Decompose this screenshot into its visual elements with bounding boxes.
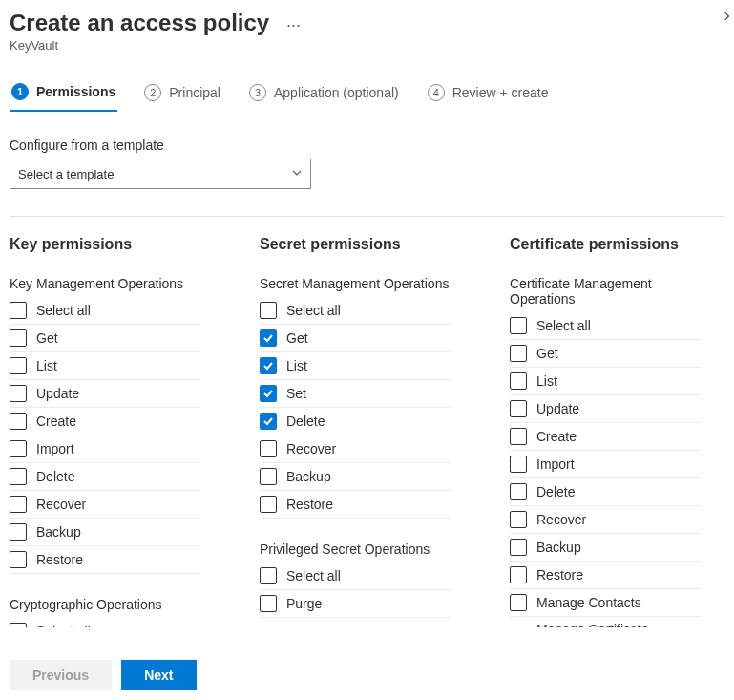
tab-permissions[interactable]: 1Permissions — [10, 77, 117, 112]
wizard-tabs: 1Permissions2Principal3Application (opti… — [10, 77, 724, 113]
permission-row[interactable]: Restore — [10, 546, 200, 574]
permission-label: Update — [36, 386, 79, 401]
checkbox[interactable] — [510, 317, 527, 334]
select-all-row[interactable]: Select all — [10, 618, 200, 627]
checkbox[interactable] — [260, 468, 277, 485]
group-title: Cryptographic Operations — [10, 597, 260, 612]
permission-row[interactable]: List — [10, 352, 200, 380]
permission-row[interactable]: Import — [10, 435, 200, 463]
permission-label: List — [36, 358, 57, 373]
checkbox[interactable] — [510, 456, 527, 473]
checkbox[interactable] — [10, 357, 27, 374]
permission-label: Manage Certificate Authorities — [536, 622, 701, 627]
permission-row[interactable]: Delete — [10, 463, 200, 491]
checkbox[interactable] — [260, 567, 277, 584]
checkbox[interactable] — [10, 413, 27, 430]
group-title: Privileged Secret Operations — [260, 541, 510, 557]
close-icon[interactable]: › — [724, 4, 730, 26]
checkbox[interactable] — [510, 539, 527, 556]
permission-row[interactable]: Backup — [260, 463, 451, 491]
permissions-columns: Key permissionsKey Management Operations… — [10, 236, 724, 627]
group-title: Secret Management Operations — [260, 276, 510, 291]
permission-row[interactable]: List — [260, 352, 451, 380]
tab-label: Permissions — [36, 84, 115, 99]
checkbox[interactable] — [10, 385, 27, 402]
permission-row[interactable]: Backup — [510, 534, 701, 562]
permission-row[interactable]: Get — [10, 325, 200, 352]
permission-row[interactable]: Recover — [10, 491, 200, 519]
checkbox[interactable] — [260, 302, 277, 319]
checkbox[interactable] — [10, 551, 27, 568]
permission-row[interactable]: Get — [510, 340, 701, 368]
tab-number: 4 — [428, 84, 445, 101]
checkbox[interactable] — [510, 400, 527, 417]
checkbox[interactable] — [260, 413, 277, 430]
permission-row[interactable]: Manage Certificate Authorities — [510, 617, 701, 627]
checkbox[interactable] — [260, 385, 277, 402]
checkbox[interactable] — [510, 594, 527, 611]
template-select[interactable]: Select a template — [10, 159, 311, 189]
permission-row[interactable]: Restore — [510, 562, 701, 589]
checkbox[interactable] — [510, 345, 527, 362]
permission-row[interactable]: Recover — [260, 435, 451, 463]
checkbox[interactable] — [10, 496, 27, 513]
checkbox[interactable] — [260, 496, 277, 513]
checkbox[interactable] — [10, 440, 27, 457]
checkbox[interactable] — [10, 468, 27, 485]
permission-label: Backup — [536, 540, 581, 555]
tab-application-optional-[interactable]: 3Application (optional) — [247, 77, 401, 112]
checkbox[interactable] — [10, 329, 27, 347]
permission-row[interactable]: Backup — [10, 519, 200, 546]
permission-label: Import — [36, 441, 74, 456]
select-all-row[interactable]: Select all — [260, 562, 451, 590]
tab-review-create[interactable]: 4Review + create — [426, 77, 551, 112]
permission-row[interactable]: Create — [10, 408, 200, 435]
permission-label: Import — [536, 456, 575, 472]
select-all-row[interactable]: Select all — [10, 297, 200, 325]
permission-row[interactable]: Restore — [260, 491, 451, 519]
more-icon[interactable]: ··· — [286, 15, 301, 35]
tab-number: 3 — [249, 84, 266, 101]
permission-row[interactable]: Delete — [260, 408, 451, 435]
permission-label: Set — [286, 386, 306, 401]
permission-row[interactable]: Import — [510, 451, 701, 478]
permission-label: Purge — [286, 596, 322, 611]
permission-row[interactable]: List — [510, 368, 701, 395]
checkbox[interactable] — [510, 428, 527, 445]
column-title: Certificate permissions — [510, 236, 710, 253]
page-subtitle: KeyVault — [10, 38, 724, 53]
permission-label: List — [536, 373, 557, 389]
tab-principal[interactable]: 2Principal — [142, 77, 222, 112]
chevron-down-icon — [291, 167, 303, 181]
permission-row[interactable]: Update — [510, 395, 701, 423]
permission-row[interactable]: Create — [510, 423, 701, 451]
permissions-column: Certificate permissionsCertificate Manag… — [510, 236, 710, 627]
permission-label: Get — [36, 330, 58, 346]
checkbox[interactable] — [260, 595, 277, 612]
permission-row[interactable]: Manage Contacts — [510, 589, 701, 617]
checkbox[interactable] — [10, 523, 27, 541]
permission-label: Recover — [536, 512, 586, 527]
permission-row[interactable]: Recover — [510, 506, 701, 534]
checkbox[interactable] — [510, 566, 527, 583]
permission-row[interactable]: Purge — [260, 590, 451, 618]
select-all-row[interactable]: Select all — [260, 297, 451, 325]
checkbox[interactable] — [510, 483, 527, 500]
checkbox[interactable] — [260, 357, 277, 374]
checkbox[interactable] — [510, 372, 527, 390]
checkbox[interactable] — [510, 511, 527, 528]
group-title: Key Management Operations — [10, 276, 260, 291]
checkbox[interactable] — [260, 440, 277, 457]
checkbox[interactable] — [10, 302, 27, 319]
permission-row[interactable]: Update — [10, 380, 200, 408]
tab-number: 2 — [144, 84, 161, 101]
template-label: Configure from a template — [10, 138, 724, 153]
permission-label: List — [286, 358, 307, 373]
permission-row[interactable]: Set — [260, 380, 451, 408]
checkbox[interactable] — [260, 329, 277, 347]
permission-label: Create — [536, 429, 577, 444]
select-all-row[interactable]: Select all — [510, 312, 701, 340]
checkbox[interactable] — [10, 623, 27, 627]
permission-row[interactable]: Get — [260, 325, 451, 352]
permission-row[interactable]: Delete — [510, 478, 701, 506]
